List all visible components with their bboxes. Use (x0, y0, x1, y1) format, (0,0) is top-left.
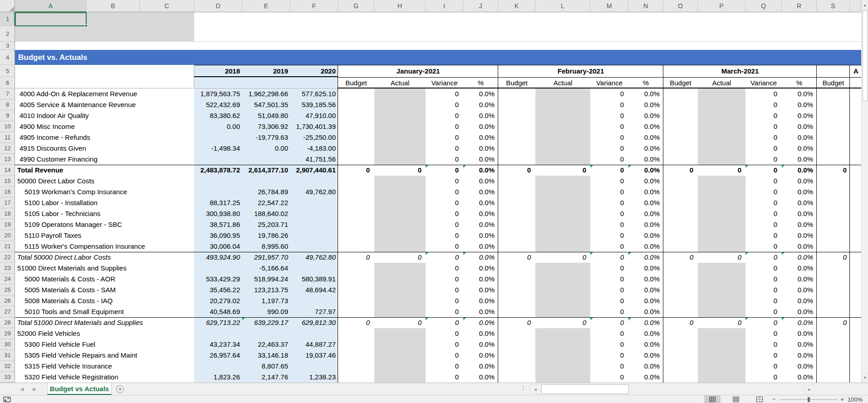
cell-F9[interactable]: 47,910.00 (290, 110, 338, 121)
row-header-27[interactable]: 27 (0, 306, 15, 317)
cell-R9[interactable]: 0.0% (782, 110, 817, 121)
row-header-13[interactable]: 13 (0, 154, 15, 165)
column-header-O[interactable]: O (663, 0, 698, 12)
cell-J30[interactable]: 0.0% (463, 339, 498, 350)
row-label-30[interactable]: 5300 Field Vehicle Fuel (15, 339, 194, 350)
cell-F27[interactable]: 727.97 (290, 306, 338, 317)
cell-H27[interactable] (374, 306, 426, 317)
cell-H22[interactable]: 0 (374, 252, 426, 263)
cell-G14[interactable]: 0 (338, 165, 374, 176)
row-header-5[interactable]: 5 (0, 65, 15, 77)
cell-L7[interactable] (535, 88, 590, 99)
cell-O28[interactable]: 0 (663, 317, 698, 328)
row-label-22[interactable]: Total 50000 Direct Labor Costs (15, 252, 194, 263)
cell-S28[interactable]: 0 (817, 317, 850, 328)
cell-M15[interactable]: 0 (590, 176, 628, 187)
hscroll-thumb[interactable] (541, 384, 629, 394)
cell-I21[interactable]: 0 (426, 241, 463, 252)
month-subheader-actual[interactable]: Actual (374, 77, 426, 88)
cell-R19[interactable]: 0.0% (782, 219, 817, 230)
cell-J13[interactable]: 0.0% (463, 154, 498, 165)
cell-D10[interactable]: 0.00 (194, 121, 242, 132)
cell-I7[interactable]: 0 (426, 88, 463, 99)
cell-J7[interactable]: 0.0% (463, 88, 498, 99)
cell-K28[interactable]: 0 (498, 317, 535, 328)
cell-J21[interactable]: 0.0% (463, 241, 498, 252)
cell-N11[interactable]: 0.0% (628, 132, 663, 143)
cell-J22[interactable]: 0.0% (463, 252, 498, 263)
column-header-E[interactable]: E (242, 0, 290, 12)
cell-D17[interactable]: 88,317.25 (194, 197, 242, 208)
month-subheader-budget[interactable]: Budget (338, 77, 374, 88)
cell-L11[interactable] (535, 132, 590, 143)
cell-M27[interactable]: 0 (590, 306, 628, 317)
row-label-26[interactable]: 5008 Materials & Costs - IAQ (15, 295, 194, 306)
cell-L19[interactable] (535, 219, 590, 230)
zoom-level-label[interactable]: 100% (848, 396, 863, 403)
sheet-tab-budget-vs-actuals[interactable]: Budget vs Actuals (47, 383, 112, 395)
cell-F7[interactable]: 577,625.10 (290, 88, 338, 99)
cell-Q30[interactable]: 0 (745, 339, 782, 350)
month-subheader-budget[interactable]: Budget (498, 77, 535, 88)
cell-E8[interactable]: 547,501.35 (242, 99, 290, 110)
cell-L13[interactable] (535, 154, 590, 165)
cell-E30[interactable]: 22,463.37 (242, 339, 290, 350)
month-subheader-actual[interactable]: Actual (535, 77, 590, 88)
cell-H7[interactable] (374, 88, 426, 99)
cell-M8[interactable]: 0 (590, 99, 628, 110)
cell-D7[interactable]: 1,879,563.75 (194, 88, 242, 99)
cell-P31[interactable] (698, 350, 745, 361)
cell-Q10[interactable]: 0 (745, 121, 782, 132)
cell-I23[interactable]: 0 (426, 263, 463, 274)
cell-H20[interactable] (374, 230, 426, 241)
cell-K22[interactable]: 0 (498, 252, 535, 263)
column-header-C[interactable]: C (140, 0, 194, 12)
normal-view-button[interactable] (704, 395, 721, 403)
cell-D31[interactable]: 26,957.64 (194, 350, 242, 361)
row-header-10[interactable]: 10 (0, 121, 15, 132)
cell-J14[interactable]: 0.0% (463, 165, 498, 176)
cell-Q25[interactable]: 0 (745, 285, 782, 295)
row-label-18[interactable]: 5105 Labor - Technicians (15, 208, 194, 219)
cell-N8[interactable]: 0.0% (628, 99, 663, 110)
row-header-12[interactable]: 12 (0, 143, 15, 154)
cell-N29[interactable]: 0.0% (628, 328, 663, 339)
cell-H9[interactable] (374, 110, 426, 121)
cell-N13[interactable]: 0.0% (628, 154, 663, 165)
cell-P19[interactable] (698, 219, 745, 230)
cell-J27[interactable]: 0.0% (463, 306, 498, 317)
cell-N32[interactable]: 0.0% (628, 361, 663, 372)
cell-E14[interactable]: 2,614,377.10 (242, 165, 290, 176)
scroll-up-button[interactable]: ▲ (862, 0, 868, 10)
cell-J11[interactable]: 0.0% (463, 132, 498, 143)
cell-H11[interactable] (374, 132, 426, 143)
cell-M11[interactable]: 0 (590, 132, 628, 143)
cell-I29[interactable]: 0 (426, 328, 463, 339)
column-header-H[interactable]: H (374, 0, 426, 12)
month-subheader-variance[interactable]: Variance (745, 77, 782, 88)
cell-E11[interactable]: -19,779.63 (242, 132, 290, 143)
cell-N7[interactable]: 0.0% (628, 88, 663, 99)
row-label-31[interactable]: 5305 Field Vehicle Repairs and Maint (15, 350, 194, 361)
row-header-32[interactable]: 32 (0, 361, 15, 372)
cell-H19[interactable] (374, 219, 426, 230)
cell-N18[interactable]: 0.0% (628, 208, 663, 219)
page-break-preview-button[interactable] (751, 395, 768, 403)
column-header-S[interactable]: S (817, 0, 850, 12)
cell-I26[interactable]: 0 (426, 295, 463, 306)
cell-F28[interactable]: 629,812.30 (290, 317, 338, 328)
cell-P13[interactable] (698, 154, 745, 165)
cell-J19[interactable]: 0.0% (463, 219, 498, 230)
cell-J28[interactable]: 0.0% (463, 317, 498, 328)
cell-H17[interactable] (374, 197, 426, 208)
cell-H31[interactable] (374, 350, 426, 361)
row-label-9[interactable]: 4010 Indoor Air Quality (15, 110, 194, 121)
row-header-8[interactable]: 8 (0, 99, 15, 110)
cell-F24[interactable]: 580,389.91 (290, 274, 338, 285)
cell-M31[interactable]: 0 (590, 350, 628, 361)
add-sheet-button[interactable]: + (116, 385, 124, 393)
cell-F14[interactable]: 2,907,440.61 (290, 165, 338, 176)
cell-E7[interactable]: 1,962,298.66 (242, 88, 290, 99)
cell-N28[interactable]: 0.0% (628, 317, 663, 328)
scroll-down-button[interactable]: ▼ (862, 373, 868, 382)
